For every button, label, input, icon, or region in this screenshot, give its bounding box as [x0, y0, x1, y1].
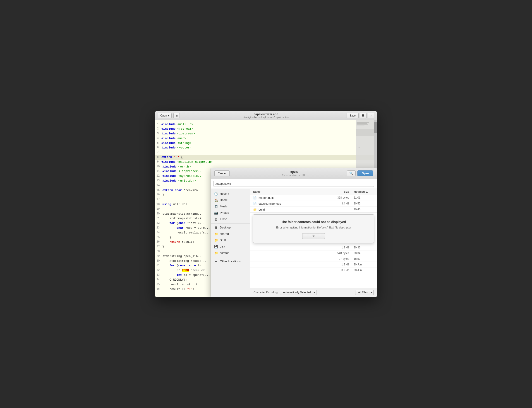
dialog-open-button[interactable]: Open [358, 170, 373, 176]
close-button[interactable]: ✕ [368, 113, 374, 118]
encoding-select[interactable]: Automatically Detected [280, 290, 317, 295]
file-name: meson.build [259, 196, 331, 199]
svg-rect-1 [357, 122, 369, 123]
code-line: 2 #include <fstream> [155, 127, 377, 131]
footer-left: Character Encoding: Automatically Detect… [254, 290, 317, 295]
editor-filepath: ~/src/github.com/myfreeweb/capsicumizer [243, 116, 289, 119]
svg-rect-5 [357, 127, 368, 127]
file-date: 20:55 [354, 202, 374, 205]
scratch-icon: 📁 [214, 251, 218, 255]
sidebar-disk-label: disk [220, 245, 225, 248]
compare-button[interactable]: ⊞ [173, 113, 180, 118]
file-row[interactable]: 📄 meson.build 358 bytes 21:01 [250, 195, 377, 201]
sidebar-item-trash[interactable]: 🗑 Trash [211, 216, 250, 222]
sidebar-item-disk[interactable]: 💾 disk [211, 243, 250, 250]
editor-window: Open ▾ ⊞ capsicumizer.cpp ~/src/github.c… [155, 111, 377, 297]
file-size: 1.8 kB [331, 246, 354, 249]
code-line: 3 #include <iostream> [155, 131, 377, 136]
file-list-header: Name Size Modified ▲ [250, 189, 377, 195]
code-area[interactable]: 1 #include <ucl++.h> 2 #include <fstream… [155, 120, 377, 297]
recent-icon: 🕐 [214, 192, 218, 196]
sidebar-other-label: Other Locations [220, 260, 241, 263]
location-bar [211, 179, 377, 189]
menu-button[interactable]: ☰ [360, 113, 367, 118]
error-message: Error when getting information for file … [258, 226, 369, 229]
sidebar-item-home[interactable]: 🏠 Home [211, 197, 250, 203]
code-line: 5 #include <string> [155, 141, 377, 146]
file-row[interactable]: 📁 build 20:46 [250, 207, 377, 212]
code-line: 9 #include <capsicum_helpers.h> [155, 160, 377, 165]
dialog-title: Open [282, 170, 306, 174]
scrollbar-thumb[interactable] [374, 122, 377, 133]
sidebar-item-other[interactable]: + Other Locations [211, 258, 250, 264]
filetype-select[interactable]: All Files [355, 290, 374, 295]
code-line: 1 #include <ucl++.h> [155, 122, 377, 127]
dialog-main: Name Size Modified ▲ 📄 meson.build [250, 189, 377, 297]
location-input[interactable] [213, 181, 374, 187]
file-date: 18:57 [354, 257, 374, 260]
sidebar-item-scratch[interactable]: 📁 scratch [211, 250, 250, 256]
file-size: 3.2 kB [331, 269, 354, 272]
col-modified-header: Modified ▲ [354, 190, 374, 193]
photos-icon: 📷 [214, 211, 218, 215]
folder-icon: 📁 [253, 208, 257, 211]
file-row[interactable]: 27 bytes 18:57 [250, 256, 377, 262]
file-size: 548 bytes [331, 252, 354, 255]
file-doc-icon: 📄 [253, 196, 257, 199]
sidebar-divider2 [211, 257, 250, 257]
sidebar-divider [211, 223, 250, 223]
file-name: build [259, 208, 331, 211]
editor-titlebar: Open ▾ ⊞ capsicumizer.cpp ~/src/github.c… [155, 111, 377, 120]
file-date: 21:01 [354, 196, 374, 199]
dialog-title-group: Open Enter location or URL [282, 170, 306, 177]
sidebar-photos-label: Photos [220, 211, 229, 214]
svg-text:...: ... [358, 146, 360, 148]
code-line: 7 [155, 150, 377, 155]
code-line: 8 extern "C" { [155, 155, 377, 160]
open-button[interactable]: Open ▾ [158, 113, 172, 118]
sidebar-home-label: Home [220, 198, 228, 202]
dialog-header: Cancel Open Enter location or URL 🔍 Open [211, 168, 377, 179]
sidebar-item-stuff[interactable]: 📁 Stuff [211, 237, 250, 243]
file-size: 27 bytes [331, 257, 354, 260]
file-row[interactable]: 548 bytes 20:34 [250, 250, 377, 256]
titlebar-right: Save ☰ ✕ [347, 113, 374, 118]
home-icon: 🏠 [214, 198, 218, 202]
file-size: 1.2 kB [331, 263, 354, 266]
sidebar-music-label: Music [220, 205, 228, 208]
editor-filename: capsicumizer.cpp [243, 112, 289, 116]
sidebar-recent-label: Recent [220, 192, 229, 196]
file-date: 20:36 [354, 246, 374, 249]
file-row[interactable]: 1.8 kB 20:36 [250, 245, 377, 250]
sidebar-item-music[interactable]: 🎵 Music [211, 203, 250, 210]
open-dialog: Cancel Open Enter location or URL 🔍 Open [211, 168, 377, 297]
file-row[interactable]: 📄 capsicumizer.cpp 3.4 kB 20:55 [250, 201, 377, 207]
sidebar-item-recent[interactable]: 🕐 Recent [211, 191, 250, 197]
plus-icon: + [214, 260, 218, 263]
dialog-body: 🕐 Recent 🏠 Home 🎵 Music 📷 Photos [211, 189, 377, 297]
file-row[interactable]: 3.2 kB 20 Jun [250, 267, 377, 273]
disk-icon: 💾 [214, 245, 218, 248]
sort-asc-icon: ▲ [366, 190, 368, 193]
file-list[interactable]: 📄 meson.build 358 bytes 21:01 📄 capsicum… [250, 195, 377, 288]
svg-rect-3 [357, 124, 368, 125]
col-size-header: Size [331, 190, 354, 193]
file-size: 3.4 kB [331, 202, 354, 205]
search-button[interactable]: 🔍 [347, 170, 356, 176]
sidebar-item-shared[interactable]: 📁 shared [211, 231, 250, 237]
music-icon: 🎵 [214, 205, 218, 208]
file-size: 358 bytes [331, 196, 354, 199]
code-line: 4 #include <map> [155, 136, 377, 141]
shared-icon: 📁 [214, 232, 218, 236]
file-row[interactable]: 1.2 kB 20 Jun [250, 262, 377, 267]
file-date: 20 Jun [354, 263, 374, 266]
sidebar-item-photos[interactable]: 📷 Photos [211, 210, 250, 216]
cancel-button[interactable]: Cancel [214, 170, 229, 176]
error-ok-button[interactable]: OK [302, 233, 325, 239]
footer-right: All Files [355, 290, 374, 295]
file-name: capsicumizer.cpp [259, 202, 331, 205]
save-button[interactable]: Save [347, 113, 359, 118]
stuff-icon: 📁 [214, 238, 218, 242]
sidebar-item-desktop[interactable]: 🖥 Desktop [211, 224, 250, 231]
sidebar-desktop-label: Desktop [220, 226, 231, 229]
